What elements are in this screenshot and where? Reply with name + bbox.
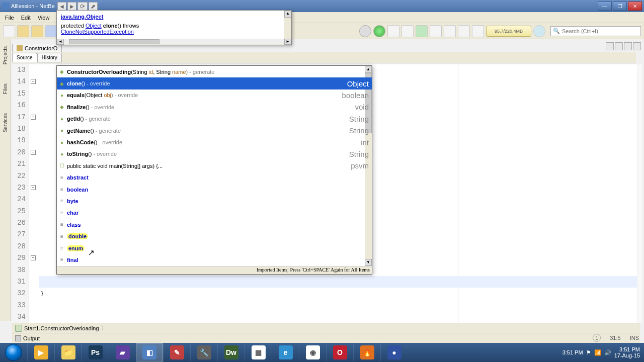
code-line: }: [41, 288, 43, 299]
line-number: 32: [12, 288, 29, 299]
sidebar-tab-services[interactable]: Services: [3, 111, 8, 134]
system-tray[interactable]: 3:51 PM ⚑ 📶 🔊 3:51 PM 17-Aug-15: [558, 346, 644, 358]
gc-icon[interactable]: [533, 25, 545, 37]
scroll-thumb[interactable]: [69, 39, 159, 44]
sidebar-tab-projects[interactable]: Projects: [3, 44, 8, 66]
completion-item[interactable]: ≡boolean: [57, 184, 372, 195]
taskbar-app-wmp[interactable]: ▶: [27, 343, 54, 361]
taskbar-app-dw[interactable]: Dw: [217, 343, 245, 361]
fold-toggle-icon[interactable]: −: [31, 185, 36, 190]
completion-item[interactable]: ●getName() - generateString: [57, 125, 372, 136]
tray-time-dup: 3:51 PM: [562, 349, 583, 355]
completion-item[interactable]: ●getId() - generateString: [57, 113, 372, 125]
javadoc-return-type[interactable]: Object: [86, 23, 102, 29]
build-icon[interactable]: [430, 25, 442, 37]
completion-item[interactable]: ≡enum: [57, 242, 372, 254]
subtab-source[interactable]: Source: [12, 53, 37, 62]
line-number: 23: [12, 182, 29, 194]
taskbar-app-firefox[interactable]: 🔥: [353, 343, 380, 361]
stop-icon[interactable]: [359, 25, 371, 37]
taskbar-app-photoshop[interactable]: Ps: [82, 343, 109, 361]
completion-item-icon: ◆: [58, 68, 66, 76]
code-completion-popup: ▲ ▼ ◆ConstructorOverloading(String id, S…: [56, 65, 372, 275]
completion-item[interactable]: ☐public static void main(String[] args) …: [57, 160, 372, 171]
taskbar-app-cam[interactable]: ●: [380, 343, 408, 361]
save-all-icon[interactable]: [45, 25, 57, 37]
completion-item[interactable]: ≡final: [57, 254, 372, 265]
completion-item[interactable]: ≡double: [57, 230, 372, 242]
completion-item[interactable]: ●toString() - overrideString: [57, 148, 372, 160]
new-project-icon[interactable]: [17, 25, 29, 37]
completion-item[interactable]: ≡byte: [57, 195, 372, 207]
search-input[interactable]: [562, 28, 638, 34]
javadoc-exception[interactable]: CloneNotSupportedException: [61, 29, 134, 35]
breadcrumb-path[interactable]: Start1.ConstructorOverloading: [24, 325, 99, 331]
run-icon[interactable]: [373, 25, 385, 37]
start-button[interactable]: [0, 343, 27, 362]
tab-next-icon[interactable]: [615, 42, 623, 50]
tool-icon[interactable]: [458, 25, 470, 37]
scroll-right-icon[interactable]: ►: [284, 39, 291, 45]
attach-icon[interactable]: [444, 25, 456, 37]
tab-max-icon[interactable]: [633, 42, 641, 50]
fold-toggle-icon[interactable]: −: [31, 150, 36, 155]
fold-toggle-icon[interactable]: −: [31, 255, 36, 260]
sidebar-tab-files[interactable]: Files: [3, 81, 8, 96]
fold-toggle-icon[interactable]: −: [31, 79, 36, 84]
error-stripe[interactable]: [637, 64, 642, 323]
tab-list-icon[interactable]: [624, 42, 632, 50]
menu-edit[interactable]: Edit: [18, 14, 34, 22]
taskbar-app-chrome[interactable]: ◉: [299, 343, 326, 361]
output-panel-tab[interactable]: Output: [12, 333, 640, 343]
breadcrumb-chevron-icon[interactable]: 〉: [101, 324, 107, 332]
line-number: 26: [12, 217, 29, 229]
open-project-icon[interactable]: [31, 25, 43, 37]
memory-meter[interactable]: 95.7/220.4MB: [486, 26, 531, 37]
completion-item[interactable]: ◆finalize() - overridevoid: [57, 101, 372, 113]
editor-tab[interactable]: ConstructorO: [12, 44, 62, 52]
left-sidebar: Projects Files Services: [0, 39, 11, 321]
completion-item[interactable]: ●equals(Object obj) - overrideboolean: [57, 89, 372, 101]
javadoc-hscroll[interactable]: ◄ ►: [57, 39, 291, 45]
taskbar-app-vs[interactable]: ▰: [109, 343, 136, 361]
taskbar-app-opera[interactable]: O: [326, 343, 353, 361]
minimize-button[interactable]: —: [598, 2, 612, 11]
taskbar-app-ie[interactable]: e: [272, 343, 299, 361]
profile-icon[interactable]: [401, 25, 414, 37]
taskbar-app-explorer[interactable]: 📁: [54, 343, 82, 361]
completion-item[interactable]: ≡abstract: [57, 172, 372, 184]
warning-indicator[interactable]: 1: [593, 334, 601, 342]
maximize-button[interactable]: ❐: [613, 2, 627, 11]
taskbar-app-netbeans[interactable]: ◧: [136, 343, 163, 361]
completion-item[interactable]: ≡class: [57, 219, 372, 230]
taskbar-app-onenote[interactable]: ▦: [245, 343, 272, 361]
taskbar-app-notes[interactable]: ✎: [163, 343, 190, 361]
completion-item[interactable]: ◆ConstructorOverloading(String id, Strin…: [57, 66, 372, 77]
global-search[interactable]: 🔍: [550, 26, 641, 36]
tray-flag-icon[interactable]: ⚑: [586, 349, 591, 356]
javadoc-class[interactable]: java.lang.Object: [57, 11, 291, 21]
completion-item[interactable]: ◆clone() - overrideObject: [57, 77, 372, 89]
insert-mode[interactable]: INS: [630, 335, 639, 341]
javadoc-vscroll[interactable]: ▲: [284, 11, 291, 39]
tray-volume-icon[interactable]: 🔊: [604, 349, 611, 356]
completion-item-icon: ≡: [58, 197, 66, 205]
taskbar-app-tools[interactable]: 🔧: [190, 343, 217, 361]
completion-item-label: double: [67, 233, 369, 239]
tool2-icon[interactable]: [472, 25, 484, 37]
close-button[interactable]: ✕: [628, 2, 642, 11]
scroll-up-icon[interactable]: ▲: [284, 11, 291, 18]
clean-build-icon[interactable]: [416, 25, 428, 37]
subtab-history[interactable]: History: [37, 53, 62, 62]
completion-item[interactable]: ●hashCode() - overrideint: [57, 136, 372, 148]
menu-view[interactable]: View: [35, 14, 53, 22]
scroll-left-icon[interactable]: ◄: [57, 39, 64, 45]
completion-item[interactable]: ≡char: [57, 207, 372, 219]
debug-icon[interactable]: [387, 25, 399, 37]
fold-toggle-icon[interactable]: −: [31, 115, 36, 120]
tray-clock[interactable]: 3:51 PM 17-Aug-15: [614, 346, 640, 358]
tab-prev-icon[interactable]: [606, 42, 614, 50]
new-file-icon[interactable]: [3, 25, 15, 37]
tray-network-icon[interactable]: 📶: [594, 349, 601, 356]
menu-file[interactable]: File: [2, 14, 17, 22]
